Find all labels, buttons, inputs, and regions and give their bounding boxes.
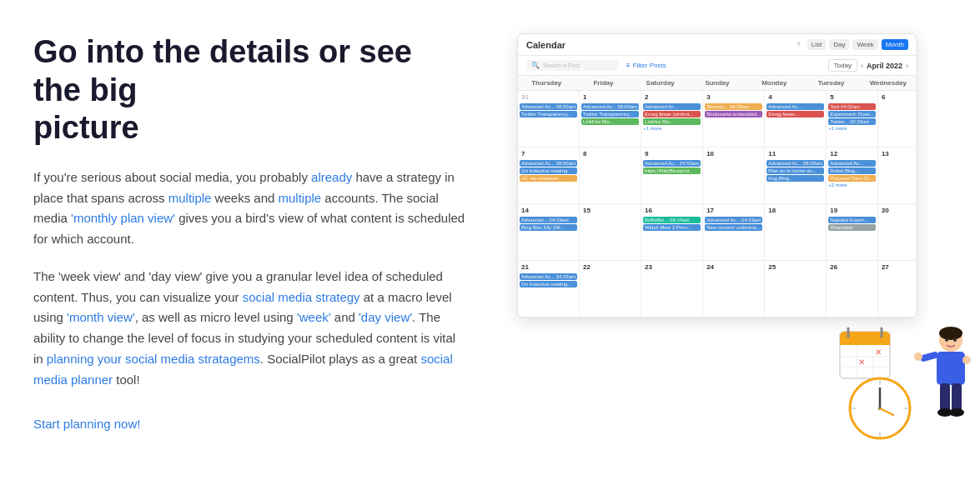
search-placeholder: Search a Post	[543, 62, 580, 68]
day-friday: Friday	[575, 76, 631, 90]
cal-cell-12[interactable]: 12 Advanced Ac... Robot Blog... Popsreal…	[827, 148, 878, 204]
svg-rect-26	[940, 383, 950, 412]
calendar-days-header: Thursday Friday Saturday Sunday Monday T…	[518, 76, 917, 91]
cal-cell-23[interactable]: 23	[641, 261, 703, 318]
calendar-header-right: ? List Day Week Month	[797, 39, 908, 50]
calendar-subheader: 🔍 Search a Post ≡ Filter Posts Today ‹ A…	[518, 56, 917, 76]
filter-button[interactable]: ≡ Filter Posts	[626, 62, 666, 69]
calendar-grid: 31 Advanced Ac... 08:00am Twitter Transp…	[518, 91, 917, 318]
cal-cell-21[interactable]: 21 Advanced Ac... 34:23am On Inductive r…	[518, 261, 580, 318]
month-view-btn[interactable]: Month	[882, 39, 908, 50]
cal-cell-26[interactable]: 26	[827, 261, 878, 318]
cal-cell-25[interactable]: 25	[765, 261, 827, 318]
cal-cell-22[interactable]: 22	[580, 261, 641, 318]
svg-point-31	[953, 338, 957, 342]
cal-cell-10[interactable]: 10	[703, 148, 765, 204]
calendar-search[interactable]: 🔍 Search a Post	[526, 60, 618, 71]
paragraph-2: The 'week view' and 'day view' give you …	[33, 267, 467, 391]
start-planning-link[interactable]: Start planning now!	[33, 417, 140, 431]
svg-rect-27	[952, 383, 962, 412]
today-button[interactable]: Today	[828, 59, 857, 72]
cal-cell-3[interactable]: 3 Bitmojis... 08:25am Bookmarks embedded…	[703, 91, 765, 148]
cal-cell-15[interactable]: 15	[580, 204, 641, 261]
heading-line2: picture	[33, 110, 139, 145]
day-tuesday: Tuesday	[802, 76, 859, 90]
prev-month-arrow[interactable]: ‹	[861, 62, 863, 70]
cal-cell-2[interactable]: 2 Advanced Ac... Emag fewer content... L…	[641, 91, 703, 148]
day-sunday: Sunday	[689, 76, 746, 90]
svg-point-30	[945, 338, 948, 342]
day-wednesday: Wednesday	[860, 76, 917, 90]
cal-cell-31[interactable]: 31 Advanced Ac... 08:00am Twitter Transp…	[518, 91, 580, 148]
calendar-title: Calendar	[526, 40, 565, 50]
cal-cell-1[interactable]: 1 Advanced Ac... 08:00am Twitter Transpa…	[580, 91, 641, 148]
calendar-nav: Today ‹ April 2022 ›	[828, 59, 908, 72]
cal-cell-19[interactable]: 19 Napokol Experi... Shareable	[827, 204, 878, 261]
heading-line1: Go into the details or see the big	[33, 34, 412, 108]
cal-cell-7[interactable]: 7 Advanced Ac... 08:00am On Inductive re…	[518, 148, 580, 204]
cal-cell-6[interactable]: 6	[878, 91, 917, 148]
filter-icon: ≡	[626, 62, 631, 69]
cal-cell-9[interactable]: 9 Advanced Ac... 24:53am https://Niki/Bl…	[641, 148, 703, 204]
left-content-section: Go into the details or see the big pictu…	[33, 33, 467, 432]
week-view-btn[interactable]: Week	[852, 39, 877, 50]
svg-rect-2	[840, 340, 890, 345]
day-monday: Monday	[746, 76, 802, 90]
svg-point-25	[962, 356, 971, 364]
day-thursday: Thursday	[518, 76, 575, 90]
cal-cell-18[interactable]: 18	[765, 204, 827, 261]
svg-point-24	[914, 352, 922, 361]
cal-cell-8[interactable]: 8	[580, 148, 641, 204]
svg-text:✕: ✕	[875, 348, 882, 357]
calendar-header: Calendar ? List Day Week Month	[518, 34, 917, 56]
cal-cell-11[interactable]: 11 Advanced Ac... 08:09am Plan an In-hom…	[765, 148, 827, 204]
svg-point-29	[949, 408, 964, 417]
cal-cell-4[interactable]: 4 Advanced Ac... Emag fewer...	[765, 91, 827, 148]
cal-cell-16[interactable]: 16 BaBeBin... 08:24am Widsh Mew 3 Prm+..…	[641, 204, 703, 261]
filter-label: Filter Posts	[633, 62, 666, 69]
svg-text:✕: ✕	[858, 358, 865, 367]
current-month-label: April 2022	[867, 62, 902, 70]
list-view-btn[interactable]: List	[807, 39, 826, 50]
cal-cell-14[interactable]: 14 Advanced... 24:23am Bing Moc Elly ZM.…	[518, 204, 580, 261]
cal-cell-13[interactable]: 13	[878, 148, 917, 204]
cal-cell-5[interactable]: 5 Tool 04:02am Experiment: Does... Twitt…	[827, 91, 878, 148]
next-month-arrow[interactable]: ›	[906, 62, 908, 70]
cal-cell-24[interactable]: 24	[703, 261, 765, 318]
help-icon: ?	[797, 41, 800, 48]
day-saturday: Saturday	[632, 76, 689, 90]
day-view-btn[interactable]: Day	[829, 39, 849, 50]
cal-cell-17[interactable]: 17 Advanced Ac... 24:23am New content un…	[703, 204, 765, 261]
paragraph-1: If you're serious about social media, yo…	[33, 168, 467, 250]
main-heading: Go into the details or see the big pictu…	[33, 33, 467, 148]
search-icon: 🔍	[531, 62, 540, 69]
cal-cell-20[interactable]: 20	[878, 204, 917, 261]
calendar-screenshot: Calendar ? List Day Week Month 🔍 Search …	[517, 33, 917, 318]
right-content-section: Calendar ? List Day Week Month 🔍 Search …	[517, 33, 947, 417]
character-illustration	[897, 325, 972, 442]
svg-point-20	[939, 327, 962, 340]
cal-cell-27[interactable]: 27	[878, 261, 917, 318]
